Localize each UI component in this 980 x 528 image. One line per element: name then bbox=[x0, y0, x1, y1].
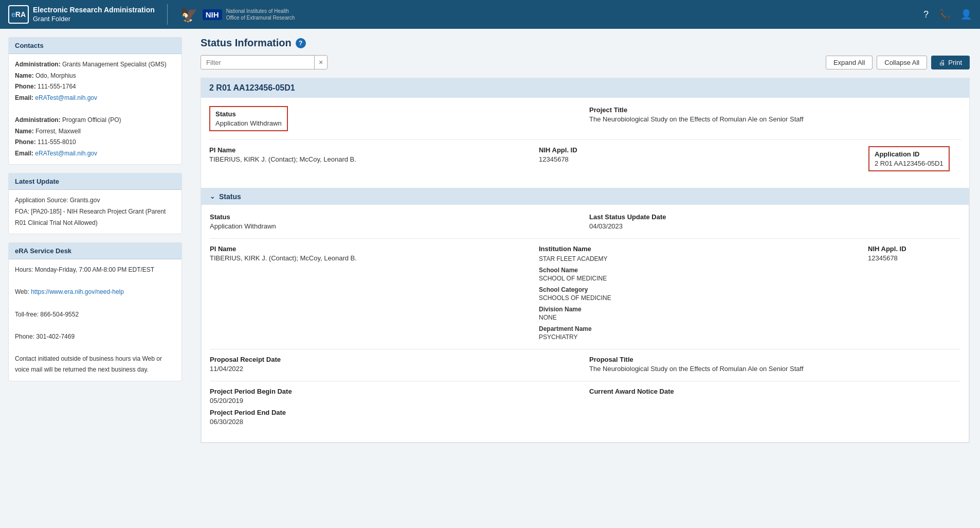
latest-update-section: Latest Update Application Source: Grants… bbox=[8, 173, 182, 234]
proposal-receipt-value: 11/04/2022 bbox=[210, 365, 581, 373]
header: eRA Electronic Research Administration G… bbox=[0, 0, 980, 29]
page-title-row: Status Information ? bbox=[201, 37, 970, 49]
status-value: Application Withdrawn bbox=[210, 222, 581, 230]
status-section-title: Status bbox=[219, 192, 241, 201]
nih-appl-id-cell-top: NIH Appl. ID 12345678 bbox=[539, 146, 860, 171]
contacts-header: Contacts bbox=[9, 38, 182, 54]
current-award-cell: Current Award Notice Date bbox=[589, 388, 960, 426]
status-section-header[interactable]: ⌄ Status bbox=[202, 188, 969, 205]
nih-text: National Institutes of Health Office of … bbox=[226, 8, 295, 21]
project-title-cell-top: Project Title The Neurobiological Study … bbox=[589, 106, 961, 131]
nih-appl-id-cell: NIH Appl. ID 12345678 bbox=[868, 245, 960, 341]
latest-update-body: Application Source: Grants.gov FOA: [PA2… bbox=[9, 190, 182, 234]
pi-name-label-top: PI Name bbox=[209, 146, 531, 154]
era-logo: eRA bbox=[8, 5, 29, 24]
contact2-role: Administration: Program Official (PO) bbox=[15, 115, 175, 126]
filter-clear-button[interactable]: × bbox=[314, 56, 327, 69]
current-award-label: Current Award Notice Date bbox=[589, 388, 960, 395]
school-name-label: School Name bbox=[539, 267, 860, 274]
contact1-phone: Phone: 111-555-1764 bbox=[15, 81, 175, 93]
filter-input[interactable] bbox=[201, 56, 314, 69]
division-name-value: NONE bbox=[539, 314, 860, 321]
application-id-highlight: Application ID 2 R01 AA123456-05D1 bbox=[868, 146, 950, 171]
help-icon[interactable]: ? bbox=[923, 9, 929, 20]
service-desk-body: Hours: Monday-Friday, 7:00 AM-8:00 PM ED… bbox=[9, 259, 182, 381]
status-highlight-box: Status Application Withdrawn bbox=[209, 106, 288, 131]
application-id-value: 2 R01 AA123456-05D1 bbox=[875, 160, 943, 167]
dhhs-eagle-icon: 🦅 bbox=[180, 6, 198, 23]
contact1-email-link[interactable]: eRATest@mail.nih.gov bbox=[35, 94, 97, 101]
proposal-title-value: The Neurobiological Study on the Effects… bbox=[589, 365, 960, 373]
nih-appl-id-value-top: 12345678 bbox=[539, 155, 860, 163]
app-name-line1: Electronic Research Administration bbox=[33, 5, 155, 14]
nih-logo-area: 🦅 NIH National Institutes of Health Offi… bbox=[180, 5, 295, 24]
latest-update-foa: FOA: [PA20-185] - NIH Research Project G… bbox=[15, 206, 175, 228]
user-icon[interactable]: 👤 bbox=[960, 9, 972, 20]
phone-icon[interactable]: 📞 bbox=[939, 9, 950, 20]
latest-update-header: Latest Update bbox=[9, 173, 182, 190]
expand-all-button[interactable]: Expand All bbox=[826, 56, 873, 69]
status-value-top: Application Withdrawn bbox=[215, 119, 282, 127]
contacts-section: Contacts Administration: Grants Manageme… bbox=[8, 37, 182, 165]
contact2-email-link[interactable]: eRATest@mail.nih.gov bbox=[35, 150, 97, 157]
nih-badge: NIH bbox=[203, 9, 222, 20]
nih-appl-id-value: 12345678 bbox=[868, 254, 960, 262]
service-desk-note: Contact initiated outside of business ho… bbox=[15, 354, 175, 376]
contacts-body: Administration: Grants Management Specia… bbox=[9, 54, 182, 164]
service-desk-section: eRA Service Desk Hours: Monday-Friday, 7… bbox=[8, 242, 182, 381]
nih-appl-id-label: NIH Appl. ID bbox=[868, 245, 960, 253]
filter-input-wrap: × bbox=[201, 55, 328, 69]
institution-name-value: STAR FLEET ACADEMY bbox=[539, 255, 860, 262]
project-end-value: 06/30/2028 bbox=[210, 418, 581, 426]
last-update-value: 04/03/2023 bbox=[589, 222, 960, 230]
header-title: Electronic Research Administration Grant… bbox=[33, 5, 155, 23]
sidebar: Contacts Administration: Grants Manageme… bbox=[0, 29, 190, 528]
service-desk-phone: Phone: 301-402-7469 bbox=[15, 331, 175, 343]
toolbar: × Expand All Collapse All 🖨 Print bbox=[201, 55, 970, 69]
dhhs-logo: 🦅 bbox=[180, 5, 198, 24]
contact1-name: Name: Odo, Morphius bbox=[15, 71, 175, 82]
grant-info-row-1: Status Application Withdrawn Project Tit… bbox=[209, 106, 961, 131]
pi-name-cell-top: PI Name TIBERIUS, KIRK J. (Contact); McC… bbox=[209, 146, 531, 171]
chevron-down-icon: ⌄ bbox=[210, 193, 215, 200]
collapse-all-button[interactable]: Collapse All bbox=[877, 56, 927, 69]
contact2-email: Email: eRATest@mail.nih.gov bbox=[15, 148, 175, 160]
institution-block: Institution Name STAR FLEET ACADEMY Scho… bbox=[539, 245, 860, 341]
project-title-label: Project Title bbox=[589, 106, 961, 114]
department-name-label: Department Name bbox=[539, 325, 860, 332]
header-divider bbox=[167, 4, 168, 25]
header-icons: ? 📞 👤 bbox=[923, 9, 972, 20]
proposal-title-label: Proposal Title bbox=[589, 356, 960, 363]
project-begin-value: 05/20/2019 bbox=[210, 397, 581, 404]
proposal-receipt-cell: Proposal Receipt Date 11/04/2022 bbox=[210, 356, 581, 373]
contact2-name: Name: Forrest, Maxwell bbox=[15, 126, 175, 137]
main-content: Status Information ? × Expand All Collap… bbox=[190, 29, 980, 528]
pi-name-label: PI Name bbox=[210, 245, 531, 253]
status-section-body: Status Application Withdrawn Last Status… bbox=[202, 205, 969, 442]
last-update-cell: Last Status Update Date 04/03/2023 bbox=[589, 213, 960, 230]
school-category-label: School Category bbox=[539, 286, 860, 293]
status-label: Status bbox=[210, 213, 581, 221]
application-id-label: Application ID bbox=[875, 150, 943, 158]
pi-name-cell: PI Name TIBERIUS, KIRK J. (Contact); McC… bbox=[210, 245, 531, 341]
contact2-phone: Phone: 111-555-8010 bbox=[15, 137, 175, 148]
nih-subtext-line1: National Institutes of Health bbox=[226, 8, 295, 14]
grant-card: 2 R01 AA123456-05D1 Status Application W… bbox=[201, 78, 970, 443]
page-help-icon[interactable]: ? bbox=[296, 38, 306, 48]
division-name-label: Division Name bbox=[539, 306, 860, 313]
project-title-value: The Neurobiological Study on the Effects… bbox=[589, 115, 961, 123]
project-end-label: Project Period End Date bbox=[210, 409, 581, 416]
institution-name-label: Institution Name bbox=[539, 245, 860, 253]
proposal-title-cell: Proposal Title The Neurobiological Study… bbox=[589, 356, 960, 373]
status-row-1: Status Application Withdrawn Last Status… bbox=[210, 213, 960, 230]
nih-subtext-line2: Office of Extramural Research bbox=[226, 14, 295, 21]
print-icon: 🖨 bbox=[939, 59, 946, 66]
proposal-receipt-label: Proposal Receipt Date bbox=[210, 356, 581, 363]
project-dates-cell: Project Period Begin Date 05/20/2019 Pro… bbox=[210, 388, 581, 426]
print-button[interactable]: 🖨 Print bbox=[931, 56, 970, 69]
status-label-top: Status bbox=[215, 110, 282, 118]
page-title: Status Information bbox=[201, 37, 292, 49]
service-desk-web-link[interactable]: https://www.era.nih.gov/need-help bbox=[31, 288, 124, 295]
status-cell-top: Status Application Withdrawn bbox=[209, 106, 581, 131]
grant-info-row-2: PI Name TIBERIUS, KIRK J. (Contact); McC… bbox=[209, 146, 961, 171]
